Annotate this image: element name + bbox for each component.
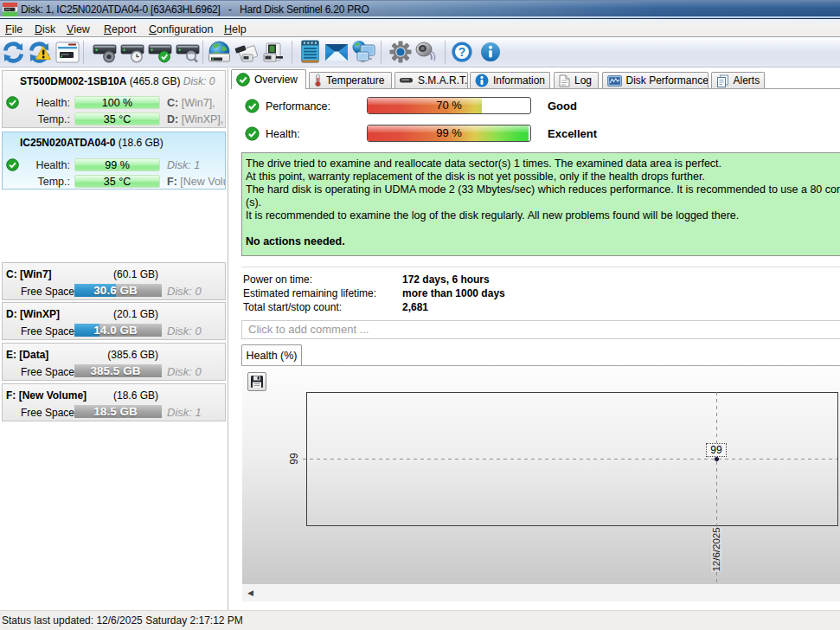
svg-text:?: ?	[458, 45, 466, 59]
